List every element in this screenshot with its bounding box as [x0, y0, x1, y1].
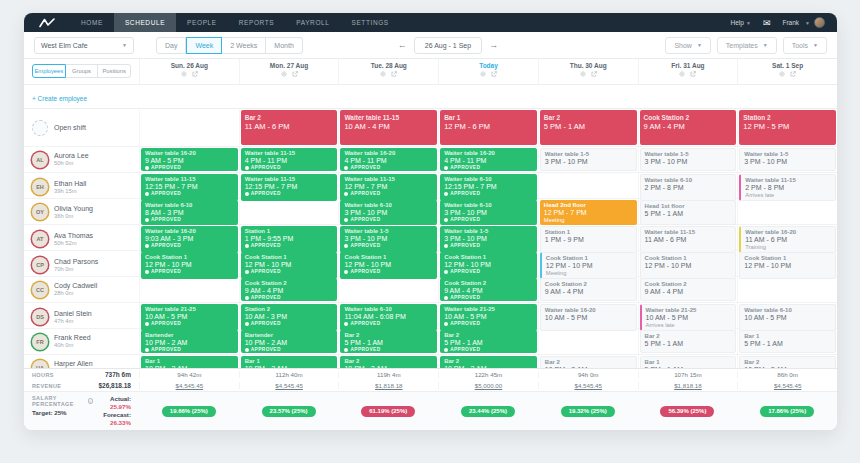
- user-menu[interactable]: Frank▼: [782, 17, 825, 28]
- approved-shift-card[interactable]: Waiter table 1-53 PM - 10 PMAPPROVED: [340, 226, 437, 253]
- nav-item-settings[interactable]: SETTINGS: [340, 13, 399, 32]
- pending-shift-card[interactable]: Waiter table 1-53 PM - 10 PM: [640, 148, 737, 171]
- messages-icon[interactable]: ✉: [763, 18, 771, 28]
- pending-shift-card[interactable]: Bar 15 PM - 1 AM: [640, 356, 737, 368]
- approved-shift-card[interactable]: Bar 210 PM - 2 AMAPPROVED: [440, 356, 537, 368]
- pending-shift-card[interactable]: Waiter table 6-102 PM - 8 PM: [640, 174, 737, 201]
- export-icon[interactable]: [292, 71, 298, 77]
- app-logo-icon[interactable]: [24, 13, 70, 32]
- sidebar-tab-positions[interactable]: Positions: [98, 64, 131, 78]
- approved-shift-card[interactable]: Waiter table 21-2510 AM - 5 PMAPPROVED: [141, 304, 238, 331]
- employee-item-cody-cadwell[interactable]: CCCody Cadwell28h 0m: [24, 277, 139, 302]
- revenue-day-link[interactable]: $1,818.18: [638, 382, 738, 389]
- approved-shift-card[interactable]: Cook Station 112 PM - 10 PMAPPROVED: [440, 252, 537, 279]
- approved-shift-card[interactable]: Bar 110 PM - 2 AMAPPROVED: [141, 356, 238, 368]
- revenue-day-link[interactable]: $1,818.18: [338, 382, 438, 389]
- nav-item-payroll[interactable]: PAYROLL: [285, 13, 340, 32]
- gear-icon[interactable]: [181, 71, 187, 77]
- prev-week-button[interactable]: ←: [395, 40, 410, 50]
- create-employee-link[interactable]: + Create employee: [32, 95, 87, 102]
- help-menu[interactable]: Help▼: [731, 19, 751, 26]
- approved-shift-card[interactable]: Waiter table 6-108 AM - 3 PMAPPROVED: [141, 200, 238, 225]
- nav-item-home[interactable]: HOME: [70, 13, 114, 32]
- gear-icon[interactable]: [779, 71, 785, 77]
- templates-button[interactable]: Templates▼: [717, 37, 777, 54]
- warning-shift-card[interactable]: Head 2nd floor12 PM - 7 PMMeeting: [540, 200, 637, 225]
- approved-shift-card[interactable]: Bartender10 PM - 2 AMAPPROVED: [141, 330, 238, 353]
- tools-button[interactable]: Tools▼: [783, 37, 827, 54]
- employee-item-aurora-lee[interactable]: ALAurora Lee50h 0m: [24, 147, 139, 172]
- pending-shift-card[interactable]: Station 11 PM - 9 PM: [540, 226, 637, 253]
- export-icon[interactable]: [591, 71, 597, 77]
- pending-shift-card[interactable]: Waiter table 16-2010 AM - 5 PM: [540, 304, 637, 331]
- employee-item-ethan-hall[interactable]: EHEthan Hall39h 15m: [24, 173, 139, 202]
- export-icon[interactable]: [690, 71, 696, 77]
- pending-shift-card[interactable]: Cook Station 112 PM - 10 PM: [640, 252, 737, 279]
- pending-shift-card[interactable]: Waiter table 11-152 PM - 8 PMArrives lat…: [739, 174, 836, 201]
- approved-shift-card[interactable]: Waiter table 16-209:03 AM - 3 PMAPPROVED: [141, 226, 238, 253]
- pending-shift-card[interactable]: Cook Station 112 PM - 10 PMMeeting: [540, 252, 637, 279]
- approved-shift-card[interactable]: Waiter table 6-103 PM - 10 PMAPPROVED: [440, 200, 537, 225]
- approved-shift-card[interactable]: Cook Station 112 PM - 10 PMAPPROVED: [340, 252, 437, 279]
- approved-shift-card[interactable]: Bartender10 PM - 2 AMAPPROVED: [241, 330, 338, 353]
- pending-shift-card[interactable]: Waiter table 1-53 PM - 10 PM: [540, 148, 637, 171]
- pending-shift-card[interactable]: Cook Station 29 AM - 4 PM: [540, 278, 637, 301]
- pending-shift-card[interactable]: Waiter table 6-1010 AM - 5 PM: [739, 304, 836, 331]
- approved-shift-card[interactable]: Bar 210 PM - 2 AMAPPROVED: [340, 356, 437, 368]
- nav-item-people[interactable]: PEOPLE: [176, 13, 228, 32]
- approved-shift-card[interactable]: Bar 110 PM - 2 AMAPPROVED: [241, 356, 338, 368]
- revenue-day-link[interactable]: $4,545.45: [737, 382, 837, 389]
- export-icon[interactable]: [491, 71, 497, 77]
- pending-shift-card[interactable]: Head 1st floor5 PM - 1 AM: [640, 200, 737, 225]
- employee-item-harper-allen[interactable]: HAHarper Allen32h 0m: [24, 355, 139, 368]
- revenue-day-link[interactable]: $4,545.45: [239, 382, 339, 389]
- open-shift-card[interactable]: Station 212 PM - 5 PM: [739, 110, 836, 145]
- approved-shift-card[interactable]: Waiter table 16-204 PM - 11 PMAPPROVED: [440, 148, 537, 171]
- approved-shift-card[interactable]: Waiter table 6-1011:04 AM - 6:08 PMAPPRO…: [340, 304, 437, 331]
- approved-shift-card[interactable]: Waiter table 16-209 AM - 5 PMAPPROVED: [141, 148, 238, 171]
- open-shift-card[interactable]: Cook Station 29 AM - 4 PM: [640, 110, 737, 145]
- open-shift-cell[interactable]: Open shift: [24, 109, 139, 146]
- revenue-day-link[interactable]: $4,545.45: [538, 382, 638, 389]
- nav-item-schedule[interactable]: SCHEDULE: [114, 13, 176, 32]
- pending-shift-card[interactable]: Waiter table 1-53 PM - 10 PM: [739, 148, 836, 171]
- show-button[interactable]: Show▼: [665, 37, 710, 54]
- approved-shift-card[interactable]: Waiter table 6-1012:15 PM - 7 PMAPPROVED: [440, 174, 537, 201]
- approved-shift-card[interactable]: Waiter table 11-1512 PM - 7 PMAPPROVED: [340, 174, 437, 201]
- open-shift-card[interactable]: Bar 25 PM - 1 AM: [540, 110, 637, 145]
- revenue-day-link[interactable]: $5,000.00: [438, 382, 538, 389]
- approved-shift-card[interactable]: Cook Station 112 PM - 10 PMAPPROVED: [241, 252, 338, 279]
- sidebar-tab-employees[interactable]: Employees: [32, 64, 66, 78]
- next-week-button[interactable]: →: [486, 40, 501, 50]
- view-button-day[interactable]: Day: [156, 37, 186, 54]
- approved-shift-card[interactable]: Waiter table 11-1512:15 PM - 7 PMAPPROVE…: [141, 174, 238, 201]
- export-icon[interactable]: [192, 71, 198, 77]
- approved-shift-card[interactable]: Station 11 PM - 9:55 PMAPPROVED: [241, 226, 338, 253]
- employee-item-chad-parsons[interactable]: CPChad Parsons70h 0m: [24, 251, 139, 280]
- sidebar-tab-groups[interactable]: Groups: [66, 64, 99, 78]
- approved-shift-card[interactable]: Cook Station 29 AM - 4 PMAPPROVED: [241, 278, 338, 301]
- export-icon[interactable]: [391, 71, 397, 77]
- approved-shift-card[interactable]: Waiter table 11-1512:15 PM - 7 PMAPPROVE…: [241, 174, 338, 201]
- employee-item-frank-reed[interactable]: FRFrank Reed40h 0m: [24, 329, 139, 354]
- pending-shift-card[interactable]: Cook Station 112 PM - 10 PM: [739, 252, 836, 279]
- location-select[interactable]: West Elm Cafe ▼: [34, 37, 134, 54]
- approved-shift-card[interactable]: Waiter table 16-204 PM - 11 PMAPPROVED: [340, 148, 437, 171]
- pending-shift-card[interactable]: Waiter table 21-2510 AM - 5 PMArrives la…: [640, 304, 737, 331]
- approved-shift-card[interactable]: Waiter table 11-154 PM - 11 PMAPPROVED: [241, 148, 338, 171]
- gear-icon[interactable]: [480, 71, 486, 77]
- approved-shift-card[interactable]: Bar 25 PM - 1 AMAPPROVED: [340, 330, 437, 353]
- employee-item-olivia-young[interactable]: OYOlivia Young36h 0m: [24, 199, 139, 226]
- approved-shift-card[interactable]: Cook Station 112 PM - 10 PMAPPROVED: [141, 252, 238, 279]
- revenue-day-link[interactable]: $4,545.45: [139, 382, 239, 389]
- view-button-week[interactable]: Week: [186, 37, 222, 54]
- pending-shift-card[interactable]: Bar 15 PM - 1 AM: [739, 330, 836, 353]
- approved-shift-card[interactable]: Bar 25 PM - 1 AMAPPROVED: [440, 330, 537, 353]
- view-button-month[interactable]: Month: [266, 37, 302, 54]
- open-shift-card[interactable]: Waiter table 11-1510 AM - 4 PM: [340, 110, 437, 145]
- pending-shift-card[interactable]: Cook Station 29 AM - 4 PM: [640, 278, 737, 301]
- approved-shift-card[interactable]: Cook Station 29 AM - 4 PMAPPROVED: [440, 278, 537, 301]
- employee-item-daniel-stein[interactable]: DSDaniel Stein47h 4m: [24, 303, 139, 332]
- open-shift-card[interactable]: Bar 211 AM - 6 PM: [241, 110, 338, 145]
- open-shift-card[interactable]: Bar 112 PM - 6 PM: [440, 110, 537, 145]
